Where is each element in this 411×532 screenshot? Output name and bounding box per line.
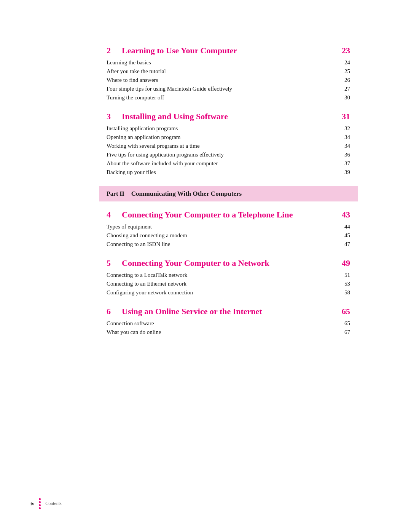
chapter-block-3: 3 Installing and Using Software 31 Insta… bbox=[107, 112, 350, 176]
chapter-block-4: 4 Connecting Your Computer to a Telephon… bbox=[107, 210, 350, 248]
chapter-block-2: 2 Learning to Use Your Computer 23 Learn… bbox=[107, 46, 350, 101]
chapter-4-number: 4 bbox=[107, 210, 118, 220]
page: 2 Learning to Use Your Computer 23 Learn… bbox=[0, 0, 411, 532]
chapter-6-heading: 6 Using an Online Service or the Interne… bbox=[107, 307, 350, 316]
list-item: What you can do online 67 bbox=[107, 329, 350, 335]
chapter-3-page: 31 bbox=[342, 112, 350, 121]
dot-2 bbox=[39, 501, 41, 503]
dot-1 bbox=[39, 498, 41, 500]
chapter-3-title: Installing and Using Software bbox=[122, 112, 335, 121]
dot-4 bbox=[39, 507, 41, 509]
list-item: Choosing and connecting a modem 45 bbox=[107, 232, 350, 239]
chapter-4-title: Connecting Your Computer to a Telephone … bbox=[122, 210, 335, 220]
chapter-4-page: 43 bbox=[342, 210, 350, 220]
chapter-6-title: Using an Online Service or the Internet bbox=[122, 307, 335, 316]
chapter-6-number: 6 bbox=[107, 307, 118, 316]
chapter-5-number: 5 bbox=[107, 258, 118, 268]
list-item: Backing up your files 39 bbox=[107, 169, 350, 176]
list-item: Connecting to an ISDN line 47 bbox=[107, 241, 350, 248]
chapter-6-page: 65 bbox=[342, 307, 350, 316]
chapter-3-number: 3 bbox=[107, 112, 118, 121]
chapter-5-entries: Connecting to a LocalTalk network 51 Con… bbox=[107, 272, 350, 296]
part-ii-banner: Part II Communicating With Other Compute… bbox=[99, 186, 358, 201]
part-title: Communicating With Other Computers bbox=[131, 190, 242, 198]
list-item: Connecting to a LocalTalk network 51 bbox=[107, 272, 350, 278]
list-item: Connection software 65 bbox=[107, 320, 350, 327]
chapter-5-page: 49 bbox=[342, 258, 350, 268]
chapter-3-heading: 3 Installing and Using Software 31 bbox=[107, 112, 350, 121]
chapter-block-6: 6 Using an Online Service or the Interne… bbox=[107, 307, 350, 335]
list-item: Configuring your network connection 58 bbox=[107, 289, 350, 296]
chapter-2-heading: 2 Learning to Use Your Computer 23 bbox=[107, 46, 350, 56]
footer-page-number: iv bbox=[30, 501, 34, 507]
list-item: Installing application programs 32 bbox=[107, 125, 350, 132]
chapter-4-heading: 4 Connecting Your Computer to a Telephon… bbox=[107, 210, 350, 220]
part-label: Part II bbox=[107, 190, 124, 197]
list-item: Opening an application program 34 bbox=[107, 134, 350, 141]
list-item: Four simple tips for using Macintosh Gui… bbox=[107, 86, 350, 92]
list-item: Turning the computer off 30 bbox=[107, 94, 350, 101]
footer-dots-decoration bbox=[39, 498, 41, 509]
list-item: Connecting to an Ethernet network 53 bbox=[107, 281, 350, 287]
list-item: About the software included with your co… bbox=[107, 160, 350, 167]
chapter-2-entries: Learning the basics 24 After you take th… bbox=[107, 59, 350, 101]
dot-3 bbox=[39, 504, 41, 506]
chapter-2-page: 23 bbox=[342, 46, 350, 56]
chapter-5-heading: 5 Connecting Your Computer to a Network … bbox=[107, 258, 350, 268]
list-item: After you take the tutorial 25 bbox=[107, 68, 350, 75]
list-item: Working with several programs at a time … bbox=[107, 143, 350, 149]
chapter-5-title: Connecting Your Computer to a Network bbox=[122, 258, 335, 268]
list-item: Learning the basics 24 bbox=[107, 59, 350, 66]
footer-section-label: Contents bbox=[45, 501, 62, 506]
toc-container: 2 Learning to Use Your Computer 23 Learn… bbox=[107, 46, 350, 335]
chapter-block-5: 5 Connecting Your Computer to a Network … bbox=[107, 258, 350, 296]
chapter-4-entries: Types of equipment 44 Choosing and conne… bbox=[107, 224, 350, 248]
chapter-3-entries: Installing application programs 32 Openi… bbox=[107, 125, 350, 176]
footer: iv Contents bbox=[30, 498, 62, 509]
list-item: Where to find answers 26 bbox=[107, 77, 350, 83]
list-item: Types of equipment 44 bbox=[107, 224, 350, 230]
chapter-6-entries: Connection software 65 What you can do o… bbox=[107, 320, 350, 335]
chapter-2-number: 2 bbox=[107, 46, 118, 56]
chapter-2-title: Learning to Use Your Computer bbox=[122, 46, 335, 56]
list-item: Five tips for using application programs… bbox=[107, 152, 350, 158]
